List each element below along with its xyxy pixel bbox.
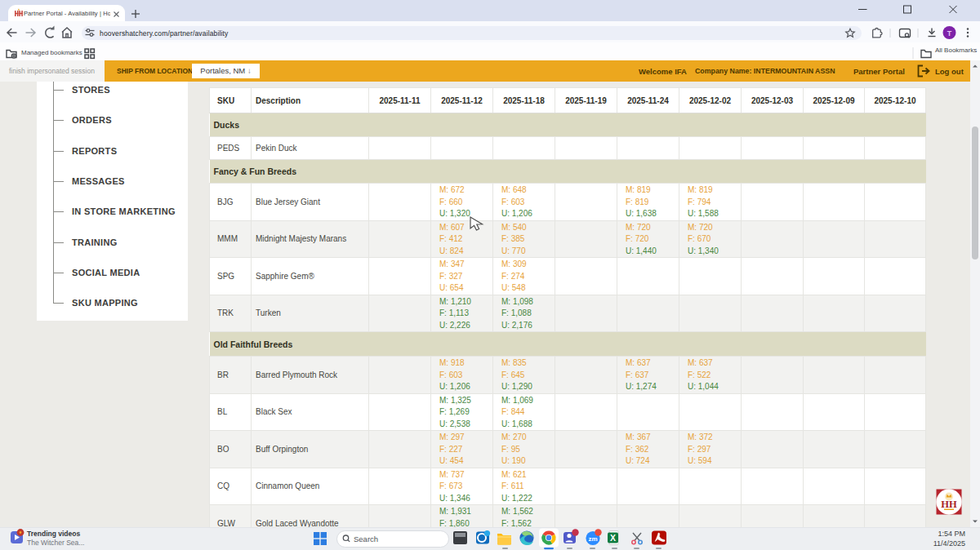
svg-text:T: T xyxy=(947,29,952,38)
svg-text:zm: zm xyxy=(588,535,597,543)
svg-text:X: X xyxy=(610,533,616,543)
svg-text:HH: HH xyxy=(941,499,957,510)
